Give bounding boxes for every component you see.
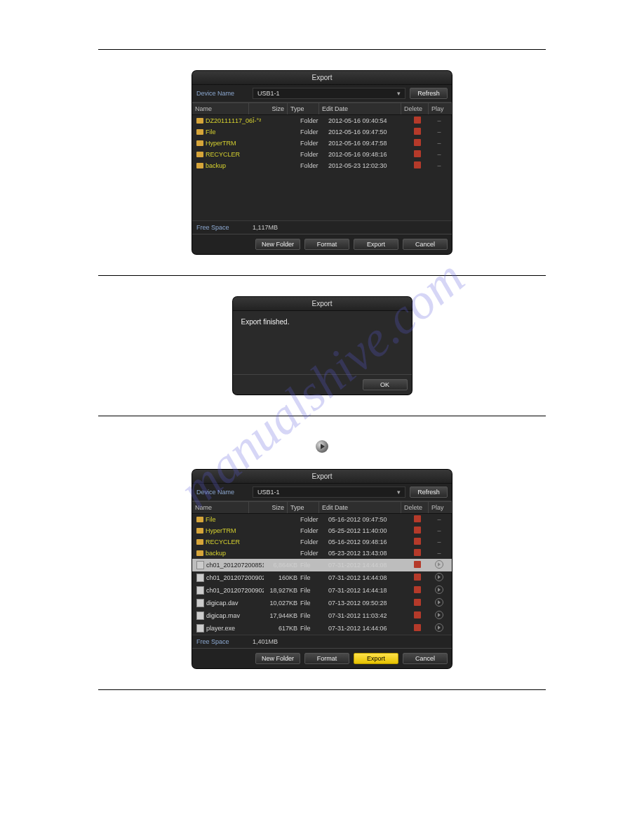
table-row[interactable]: HyperTRMFolder2012-05-16 09:47:58– — [192, 138, 452, 149]
delete-icon[interactable] — [414, 117, 421, 124]
table-row[interactable]: FileFolder05-16-2012 09:47:50– — [192, 514, 452, 525]
file-date: 05-23-2012 13:43:08 — [327, 549, 405, 557]
table-row[interactable]: ch01_20120720085156,864KBFile07-31-2012 … — [192, 559, 452, 571]
cancel-button[interactable]: Cancel — [403, 239, 448, 250]
play-icon[interactable] — [435, 623, 443, 632]
folder-icon — [196, 517, 203, 522]
play-icon[interactable] — [435, 560, 443, 569]
device-select[interactable]: USB1-1 ▾ — [253, 486, 405, 498]
delete-icon[interactable] — [414, 538, 421, 545]
table-row[interactable]: backupFolder05-23-2012 13:43:08– — [192, 548, 452, 559]
table-row[interactable]: backupFolder2012-05-23 12:02:30– — [192, 160, 452, 171]
device-row: Device Name USB1-1 ▾ Refresh — [192, 484, 452, 501]
file-date: 2012-05-16 09:40:54 — [327, 117, 405, 125]
device-select-value: USB1-1 — [257, 90, 280, 97]
play-disabled: – — [431, 162, 448, 169]
delete-icon[interactable] — [414, 515, 421, 522]
col-type: Type — [288, 103, 319, 114]
delete-icon[interactable] — [414, 150, 421, 157]
file-name: player.exe — [206, 625, 235, 632]
folder-icon — [196, 118, 203, 124]
refresh-button[interactable]: Refresh — [410, 486, 448, 498]
export-button[interactable]: Export — [354, 239, 398, 250]
device-select[interactable]: USB1-1 ▾ — [253, 88, 405, 99]
play-disabled: – — [431, 550, 448, 557]
file-icon — [196, 574, 204, 582]
file-size — [264, 120, 299, 121]
table-row[interactable]: ch01_201207200902418,927KBFile07-31-2012… — [192, 584, 452, 597]
delete-icon[interactable] — [414, 128, 421, 135]
delete-icon[interactable] — [414, 161, 421, 168]
play-icon[interactable] — [435, 611, 443, 619]
table-row[interactable]: digicap.mav17,944KBFile07-31-2012 11:03:… — [192, 609, 452, 622]
file-type: Folder — [299, 161, 327, 170]
play-icon[interactable] — [435, 573, 443, 581]
delete-icon[interactable] — [414, 527, 421, 534]
file-type: File — [299, 586, 327, 595]
file-date: 2012-05-23 12:02:30 — [327, 161, 405, 170]
file-size — [264, 519, 299, 520]
play-icon[interactable] — [435, 585, 443, 594]
delete-icon[interactable] — [414, 574, 421, 581]
play-icon[interactable] — [435, 598, 443, 607]
export-dialog-2: Export Device Name USB1-1 ▾ Refresh Name… — [192, 470, 452, 668]
delete-icon[interactable] — [414, 586, 421, 593]
delete-icon[interactable] — [414, 561, 421, 568]
new-folder-button[interactable]: New Folder — [255, 653, 300, 664]
folder-icon — [196, 528, 203, 534]
dialog-title: Export — [192, 71, 452, 85]
file-type: File — [299, 561, 327, 569]
table-row[interactable]: ch01_2012072009022160KBFile07-31-2012 14… — [192, 571, 452, 584]
folder-icon — [196, 550, 203, 556]
table-row[interactable]: digicap.dav10,027KBFile07-13-2012 09:50:… — [192, 597, 452, 609]
col-delete: Delete — [401, 103, 429, 114]
file-type: Folder — [299, 128, 327, 136]
delete-icon[interactable] — [414, 549, 421, 556]
file-size: 160KB — [264, 574, 299, 582]
delete-icon[interactable] — [414, 599, 421, 606]
play-disabled: – — [431, 527, 448, 534]
table-row[interactable]: HyperTRMFolder05-25-2012 11:40:00– — [192, 525, 452, 536]
table-row[interactable]: DZ20111117_06Î-°²Folder2012-05-16 09:40:… — [192, 115, 452, 126]
table-row[interactable]: player.exe617KBFile07-31-2012 14:44:06 — [192, 622, 452, 635]
file-size — [264, 541, 299, 543]
file-name: ch01_2012072009022 — [206, 574, 264, 581]
col-play: Play — [429, 103, 452, 114]
button-bar: OK — [233, 374, 412, 395]
file-name: File — [206, 128, 216, 135]
new-folder-button[interactable]: New Folder — [255, 239, 300, 250]
file-name: ch01_2012072009024 — [206, 587, 264, 594]
format-button[interactable]: Format — [304, 239, 349, 250]
delete-icon[interactable] — [414, 611, 421, 618]
refresh-button[interactable]: Refresh — [410, 88, 448, 99]
file-name: HyperTRM — [206, 140, 236, 147]
table-row[interactable]: RECYCLERFolder2012-05-16 09:48:16– — [192, 149, 452, 160]
format-button[interactable]: Format — [304, 653, 349, 664]
file-name: RECYCLER — [206, 151, 240, 158]
col-type: Type — [288, 502, 319, 513]
delete-icon[interactable] — [414, 139, 421, 146]
play-disabled: – — [431, 151, 448, 158]
file-type: File — [299, 624, 327, 633]
file-name: backup — [206, 550, 226, 557]
col-edit-date: Edit Date — [319, 103, 401, 114]
export-button[interactable]: Export — [354, 653, 398, 664]
cancel-button[interactable]: Cancel — [403, 653, 448, 664]
table-row[interactable]: FileFolder2012-05-16 09:47:50– — [192, 126, 452, 138]
file-size — [264, 165, 299, 166]
col-name: Name — [192, 502, 249, 513]
divider — [98, 49, 546, 50]
table-row[interactable]: RECYCLERFolder05-16-2012 09:48:16– — [192, 536, 452, 548]
file-date: 07-31-2012 14:44:06 — [327, 624, 405, 633]
file-name: HyperTRM — [206, 527, 236, 534]
folder-icon — [196, 152, 203, 157]
file-type: Folder — [299, 549, 327, 557]
file-size — [264, 530, 299, 531]
free-space-label: Free Space — [196, 224, 253, 231]
ok-button[interactable]: OK — [363, 379, 408, 390]
delete-icon[interactable] — [414, 624, 421, 631]
file-size: 6,864KB — [264, 561, 299, 569]
play-disabled: – — [431, 516, 448, 523]
file-size: 17,944KB — [264, 611, 299, 620]
free-space-label: Free Space — [196, 638, 253, 645]
